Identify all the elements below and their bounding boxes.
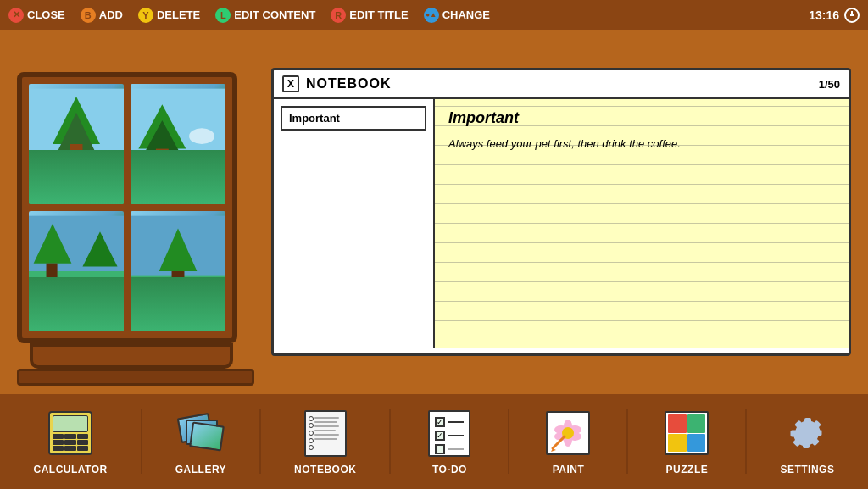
paint-svg (548, 413, 588, 453)
change-label: CHANGE (442, 8, 490, 21)
notebook-content-text: Always feed your pet first, then drink t… (448, 134, 835, 153)
window-pane-2 (131, 84, 225, 204)
puzzle-cell-2 (687, 414, 706, 433)
nb-line-2 (314, 421, 337, 423)
calc-buttons (53, 434, 88, 451)
todo-checkbox-1: ✓ (435, 417, 445, 427)
todo-checkbox-2: ✓ (435, 431, 445, 441)
notebook-app-label: NOTEBOOK (294, 464, 356, 475)
svg-rect-12 (29, 271, 124, 326)
notebook-close-button[interactable]: X (282, 75, 299, 92)
calc-btn-7 (53, 446, 64, 451)
notebook-list: Important (274, 99, 435, 348)
svg-rect-15 (47, 264, 58, 280)
nb-line-1 (314, 417, 339, 419)
calc-btn-8 (64, 446, 75, 451)
calc-btn-3 (77, 434, 88, 439)
puzzle-cell-3 (668, 434, 687, 453)
todo-item-3 (435, 444, 464, 454)
notebook-lines (314, 415, 342, 440)
divider-5 (626, 409, 628, 475)
settings-icon (782, 408, 832, 458)
add-button[interactable]: B ADD (81, 8, 123, 23)
svg-rect-13 (29, 295, 124, 326)
svg-rect-19 (131, 298, 225, 327)
main-area: X NOTEBOOK 1/50 Important (0, 30, 868, 394)
window-sill (17, 369, 254, 386)
x-icon: ✕ (8, 8, 24, 23)
puzzle-icon (661, 408, 712, 458)
puzzle-graphic (665, 411, 709, 455)
calc-btn-1 (53, 434, 64, 439)
svg-rect-18 (131, 276, 225, 327)
gallery-label: GALLERY (175, 464, 226, 475)
spiral-dot-2 (309, 423, 314, 428)
notebook-body: Important Important (274, 99, 849, 348)
delete-label: DELETE (157, 8, 200, 21)
settings-graphic (785, 411, 829, 455)
calc-btn-4 (53, 440, 64, 445)
spiral-dot-1 (309, 416, 314, 421)
calculator-icon (45, 408, 96, 458)
svg-rect-1 (29, 152, 124, 199)
todo-item-1: ✓ (435, 417, 464, 427)
spiral-dot-3 (309, 431, 314, 436)
app-gallery[interactable]: GALLERY (175, 408, 226, 475)
window-frame (17, 72, 237, 343)
app-notebook[interactable]: NOTEBOOK (294, 408, 356, 475)
add-label: ADD (99, 8, 123, 21)
gear-icon (785, 411, 829, 455)
window-pane-1 (29, 84, 124, 204)
notebook-content: Important Always feed your pet first, th… (435, 99, 849, 348)
app-settings[interactable]: SETTINGS (780, 408, 834, 475)
l-icon: L (215, 8, 231, 23)
todo-item-2: ✓ (435, 431, 464, 441)
notebook-panel: X NOTEBOOK 1/50 Important (271, 68, 851, 356)
gallery-icon (175, 408, 226, 458)
notebook-app-icon (300, 408, 351, 458)
calc-btn-9 (77, 446, 88, 451)
app-puzzle[interactable]: PUZZLE (661, 408, 712, 475)
settings-label: SETTINGS (780, 464, 834, 475)
paint-label: PAINT (553, 464, 585, 475)
close-button[interactable]: ✕ CLOSE (8, 8, 65, 23)
top-bar: ✕ CLOSE B ADD Y DELETE L EDIT CONTENT R … (0, 0, 868, 30)
app-calculator[interactable]: CALCULATOR (34, 408, 108, 475)
svg-rect-21 (172, 271, 185, 287)
divider-3 (389, 409, 391, 475)
divider-1 (141, 409, 142, 475)
calculator-graphic (48, 411, 92, 455)
clock-display: 13:16 (809, 8, 860, 23)
calc-btn-2 (64, 434, 75, 439)
window-base (30, 343, 233, 369)
svg-point-10 (189, 128, 214, 144)
notebook-header: X NOTEBOOK 1/50 (274, 70, 849, 99)
puzzle-cell-4 (687, 434, 706, 453)
app-paint[interactable]: PAINT (542, 408, 593, 475)
puzzle-label: PUZZLE (666, 464, 709, 475)
y-icon: Y (138, 8, 153, 23)
calc-btn-6 (77, 440, 88, 445)
todo-graphic: ✓ ✓ (428, 410, 470, 457)
oa-icon: ●▲ (424, 8, 439, 23)
change-button[interactable]: ●▲ CHANGE (424, 8, 490, 23)
clock-icon (844, 8, 860, 23)
notebook-list-item[interactable]: Important (281, 106, 426, 131)
bottom-bar: CALCULATOR GALLERY (0, 394, 868, 489)
r-icon: R (331, 8, 346, 23)
app-todo[interactable]: ✓ ✓ TO-DO (424, 408, 475, 475)
window-pane-4 (131, 211, 225, 331)
calc-btn-5 (64, 440, 75, 445)
window-illustration (17, 55, 246, 360)
edit-content-button[interactable]: L EDIT CONTENT (215, 8, 315, 23)
svg-rect-4 (70, 144, 83, 163)
window-pane-3 (29, 211, 124, 331)
delete-button[interactable]: Y DELETE (138, 8, 200, 23)
notebook-header-left: X NOTEBOOK (282, 75, 391, 92)
todo-icon: ✓ ✓ (424, 408, 475, 458)
nb-line-4 (314, 430, 337, 431)
todo-checkbox-3 (435, 444, 445, 454)
nb-line-5 (314, 434, 339, 436)
notebook-spiral (309, 415, 314, 452)
edit-title-button[interactable]: R EDIT TITLE (331, 8, 408, 23)
